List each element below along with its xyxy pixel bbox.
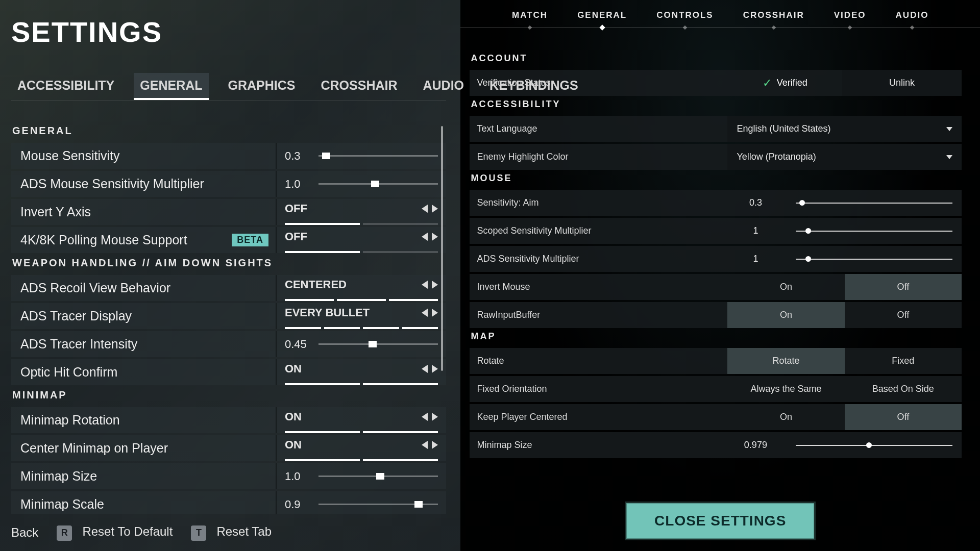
dropdown[interactable]: Yellow (Protanopia) xyxy=(727,144,962,170)
left-tab-graphics[interactable]: GRAPHICS xyxy=(222,73,302,100)
chevron-left-icon[interactable] xyxy=(422,281,428,289)
setting-label: Rotate xyxy=(470,356,727,366)
option-cycler[interactable]: ON xyxy=(277,359,446,385)
chevron-left-icon[interactable] xyxy=(422,413,428,421)
setting-label: Enemy Highlight Color xyxy=(470,152,727,162)
setting-row: Optic Hit ConfirmON xyxy=(11,359,446,385)
right-tab-video[interactable]: VIDEO xyxy=(834,10,866,27)
key-r: R xyxy=(57,525,72,541)
key-t: T xyxy=(191,525,206,541)
back-button[interactable]: Back xyxy=(11,525,38,540)
slider[interactable]: 1.0 xyxy=(277,463,446,489)
right-tab-controls[interactable]: CONTROLS xyxy=(656,10,713,27)
option-button[interactable]: Off xyxy=(845,274,962,300)
option-button[interactable]: Always the Same xyxy=(727,376,844,402)
option-button[interactable]: Fixed xyxy=(845,348,962,374)
close-settings-button[interactable]: CLOSE SETTINGS xyxy=(626,503,814,539)
scrollbar[interactable] xyxy=(441,126,443,371)
option-button[interactable]: On xyxy=(727,302,844,328)
option-button[interactable]: On xyxy=(727,404,844,430)
slider[interactable]: 1 xyxy=(727,254,962,264)
setting-row: Mouse Sensitivity0.3 xyxy=(11,143,446,169)
reset-tab-button[interactable]: T Reset Tab xyxy=(191,524,272,541)
setting-label: ADS Tracer Display xyxy=(11,303,277,329)
setting-label: 4K/8K Polling Mouse SupportBETA xyxy=(11,227,277,253)
left-tab-keybindings[interactable]: KEYBINDINGS xyxy=(483,73,584,100)
right-tab-audio[interactable]: AUDIO xyxy=(896,10,929,27)
setting-row: Fixed OrientationAlways the SameBased On… xyxy=(470,376,962,402)
beta-badge: BETA xyxy=(232,234,268,246)
setting-row: Scoped Sensitivity Multiplier1 xyxy=(470,218,962,244)
chevron-left-icon[interactable] xyxy=(422,365,428,373)
section-header: MOUSE xyxy=(471,173,962,184)
chevron-right-icon[interactable] xyxy=(432,441,438,449)
setting-row: Invert Y AxisOFF xyxy=(11,199,446,225)
setting-row: ADS Recoil View BehaviorCENTERED xyxy=(11,275,446,301)
chevron-left-icon[interactable] xyxy=(422,441,428,449)
setting-row: Invert MouseOnOff xyxy=(470,274,962,300)
left-tabs: ACCESSIBILITYGENERALGRAPHICSCROSSHAIRAUD… xyxy=(11,73,446,101)
slider[interactable]: 0.45 xyxy=(277,331,446,357)
option-cycler[interactable]: OFF xyxy=(277,227,446,253)
option-button[interactable]: Off xyxy=(845,302,962,328)
left-tab-accessibility[interactable]: ACCESSIBILITY xyxy=(11,73,120,100)
chevron-down-icon xyxy=(946,127,952,131)
setting-row: Minimap Scale0.9 xyxy=(11,491,446,514)
setting-label: Optic Hit Confirm xyxy=(11,359,277,385)
setting-row: RotateRotateFixed xyxy=(470,348,962,374)
setting-row: ADS Tracer Intensity0.45 xyxy=(11,331,446,357)
slider[interactable]: 0.979 xyxy=(727,440,962,450)
chevron-right-icon[interactable] xyxy=(432,205,438,213)
chevron-right-icon[interactable] xyxy=(432,309,438,317)
option-button[interactable]: Rotate xyxy=(727,348,844,374)
section-header: ACCESSIBILITY xyxy=(471,99,962,110)
option-button[interactable]: Off xyxy=(845,404,962,430)
left-tab-crosshair[interactable]: CROSSHAIR xyxy=(315,73,404,100)
left-tab-audio[interactable]: AUDIO xyxy=(417,73,471,100)
option-button[interactable]: Based On Side xyxy=(845,376,962,402)
slider[interactable]: 1.0 xyxy=(277,171,446,197)
slider[interactable]: 0.3 xyxy=(277,143,446,169)
chevron-left-icon[interactable] xyxy=(422,309,428,317)
chevron-right-icon[interactable] xyxy=(432,413,438,421)
chevron-left-icon[interactable] xyxy=(422,233,428,241)
chevron-right-icon[interactable] xyxy=(432,281,438,289)
chevron-left-icon[interactable] xyxy=(422,205,428,213)
right-tabs: MATCHGENERALCONTROLSCROSSHAIRVIDEOAUDIO xyxy=(460,0,980,28)
setting-label: Mouse Sensitivity xyxy=(11,143,277,169)
option-cycler[interactable]: ON xyxy=(277,407,446,433)
option-cycler[interactable]: OFF xyxy=(277,199,446,225)
setting-row: ADS Mouse Sensitivity Multiplier1.0 xyxy=(11,171,446,197)
right-tab-general[interactable]: GENERAL xyxy=(577,10,627,27)
dropdown[interactable]: English (United States) xyxy=(727,116,962,142)
section-header: MINIMAP xyxy=(12,389,446,401)
left-tab-general[interactable]: GENERAL xyxy=(134,73,208,100)
setting-label: Fixed Orientation xyxy=(470,384,727,394)
slider[interactable]: 0.3 xyxy=(727,197,962,208)
option-cycler[interactable]: EVERY BULLET xyxy=(277,303,446,329)
chevron-right-icon[interactable] xyxy=(432,365,438,373)
unlink-button[interactable]: Unlink xyxy=(842,70,962,96)
setting-label: ADS Sensitivity Multiplier xyxy=(470,254,727,264)
option-cycler[interactable]: ON xyxy=(277,435,446,461)
option-cycler[interactable]: CENTERED xyxy=(277,275,446,301)
setting-label: Scoped Sensitivity Multiplier xyxy=(470,226,727,236)
setting-label: Invert Y Axis xyxy=(11,199,277,225)
setting-row: ADS Sensitivity Multiplier1 xyxy=(470,246,962,272)
reset-default-button[interactable]: R Reset To Default xyxy=(57,524,173,541)
setting-label: Minimap Rotation xyxy=(11,407,277,433)
slider[interactable]: 0.9 xyxy=(277,491,446,514)
section-header: GENERAL xyxy=(12,125,446,137)
slider[interactable]: 1 xyxy=(727,226,962,236)
setting-label: Minimap Size xyxy=(470,440,727,450)
button-group: OnOff xyxy=(727,274,962,300)
setting-label: ADS Mouse Sensitivity Multiplier xyxy=(11,171,277,197)
verified-status: ✓Verified xyxy=(727,77,842,90)
chevron-right-icon[interactable] xyxy=(432,233,438,241)
right-tab-crosshair[interactable]: CROSSHAIR xyxy=(743,10,804,27)
check-icon: ✓ xyxy=(763,77,772,90)
chevron-down-icon xyxy=(946,155,952,159)
option-button[interactable]: On xyxy=(727,274,844,300)
section-header: MAP xyxy=(471,331,962,342)
right-tab-match[interactable]: MATCH xyxy=(512,10,548,27)
